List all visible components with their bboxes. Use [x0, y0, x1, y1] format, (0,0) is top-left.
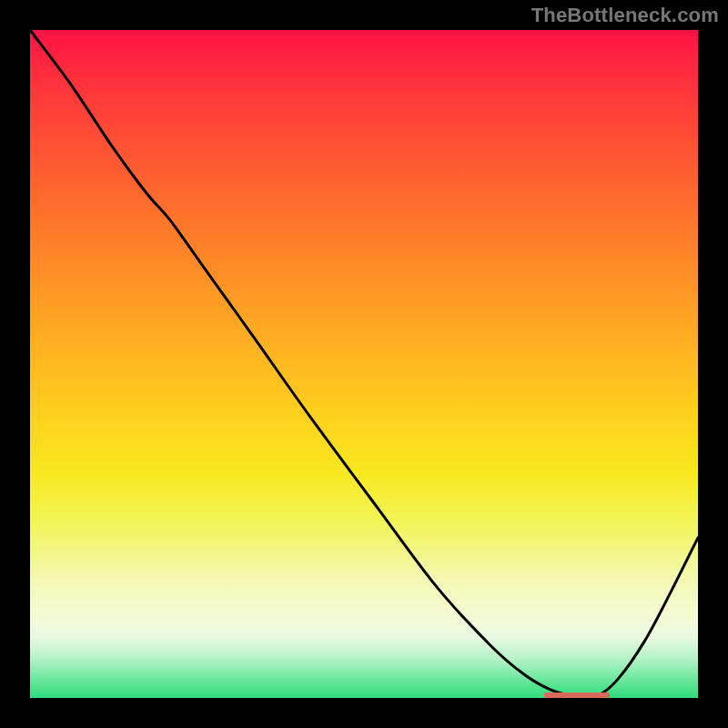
watermark-text: TheBottleneck.com [531, 4, 719, 27]
bottleneck-curve [30, 30, 698, 697]
min-flat-marker [544, 693, 610, 698]
line-chart-svg [30, 30, 698, 698]
chart-canvas: TheBottleneck.com [0, 0, 728, 728]
